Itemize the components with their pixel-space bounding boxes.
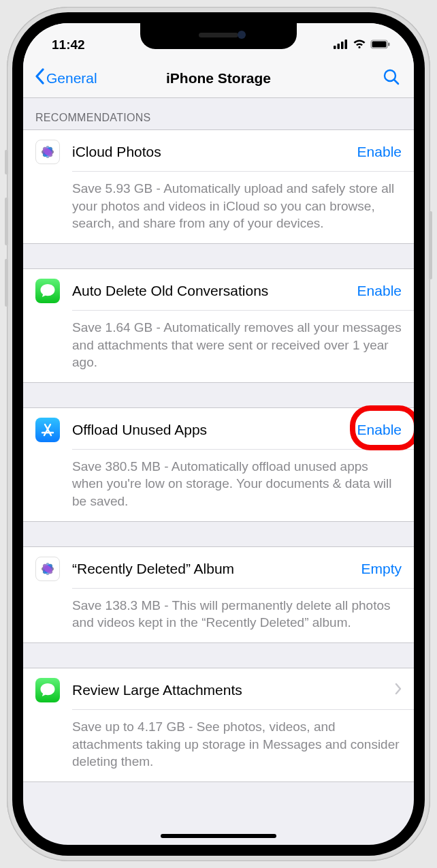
recommendation-title: Offload Unused Apps [72,422,357,438]
empty-button[interactable]: Empty [361,561,402,577]
recommendation-title: iCloud Photos [72,144,357,160]
messages-app-icon [35,279,60,303]
recommendation-description: Save 5.93 GB - Automatically upload and … [23,172,414,243]
screen: 11:42 [23,23,414,845]
page-title: iPhone Storage [166,70,271,87]
svg-rect-2 [341,42,344,49]
recommendation-description: Save 380.5 MB - Automatically offload un… [23,450,414,521]
navigation-bar: General iPhone Storage [23,59,414,98]
back-label: General [46,70,97,87]
recommendation-recently-deleted: “Recently Deleted” Album Empty Save 138.… [23,546,414,643]
svg-rect-5 [372,42,387,48]
enable-button[interactable]: Enable [357,144,402,160]
power-button [429,211,432,279]
status-time: 11:42 [52,37,85,52]
battery-icon [370,37,391,52]
volume-down-button [5,259,8,307]
recommendation-icloud-photos: iCloud Photos Enable Save 5.93 GB - Auto… [23,129,414,244]
chevron-right-icon [395,683,402,698]
notch [140,23,297,49]
svg-rect-6 [388,43,390,46]
wifi-icon [353,37,366,52]
speaker [199,33,238,37]
photos-app-icon [35,140,60,164]
search-button[interactable] [383,68,400,89]
home-indicator[interactable] [161,834,276,838]
back-button[interactable]: General [34,68,97,88]
recommendation-title: Review Large Attachments [72,682,395,698]
recommendation-auto-delete: Auto Delete Old Conversations Enable Sav… [23,268,414,383]
search-icon [383,68,400,86]
enable-button[interactable]: Enable [357,422,402,438]
recommendation-offload-apps: Offload Unused Apps Enable Save 380.5 MB… [23,407,414,522]
phone-body: 11:42 [12,12,425,856]
enable-button[interactable]: Enable [357,283,402,299]
recommendation-description: Save 1.64 GB - Automatically removes all… [23,311,414,382]
front-camera [238,31,246,39]
photos-app-icon [35,557,60,581]
appstore-app-icon [35,418,60,442]
recommendation-review-attachments[interactable]: Review Large Attachments Save up to 4.17… [23,668,414,782]
svg-rect-0 [334,46,336,49]
mute-switch [5,150,8,174]
svg-line-8 [394,80,398,84]
phone-frame: 11:42 [7,7,430,861]
recommendation-title: “Recently Deleted” Album [72,561,361,577]
recommendation-description: Save 138.3 MB - This will permanently de… [23,589,414,642]
section-header-recommendations: Recommendations [23,98,414,129]
svg-rect-1 [338,44,340,49]
volume-up-button [5,198,8,245]
recommendation-description: Save up to 4.17 GB - See photos, videos,… [23,710,414,781]
svg-rect-3 [345,40,348,49]
recommendation-title: Auto Delete Old Conversations [72,283,357,299]
chevron-left-icon [34,68,45,88]
messages-app-icon [35,678,60,702]
status-indicators [334,37,391,52]
cellular-signal-icon [334,37,349,52]
